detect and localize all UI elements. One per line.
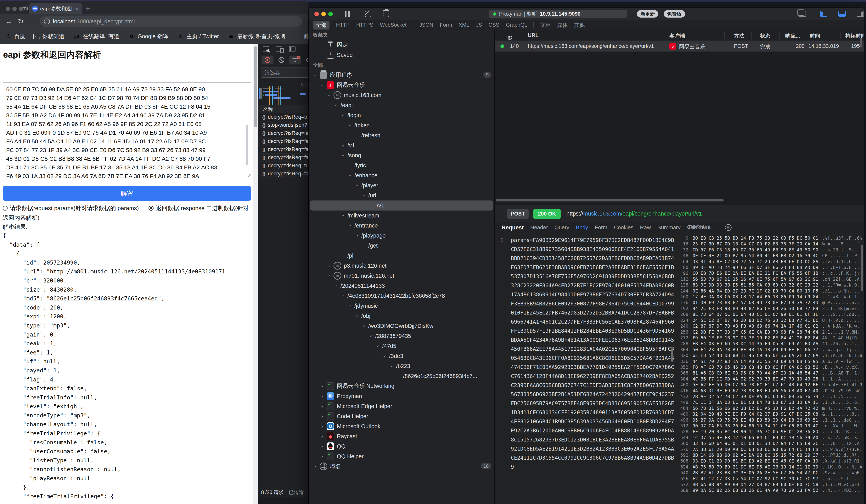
- filter-tab[interactable]: 文档: [540, 22, 551, 28]
- bookmark-item[interactable]: ⽖ 百度一下，你就知道: [5, 33, 65, 40]
- filter-tab[interactable]: 媒体: [557, 22, 568, 28]
- tree-item[interactable]: › /3de3: [309, 351, 495, 361]
- window-close-button[interactable]: [6, 7, 10, 11]
- tree-item[interactable]: › /login: [309, 110, 495, 120]
- chevron-icon[interactable]: ›: [320, 454, 324, 459]
- tree-item[interactable]: › 应用程序 9: [309, 70, 495, 80]
- chevron-icon[interactable]: ›: [340, 153, 346, 157]
- page-scrollbar[interactable]: [253, 44, 258, 504]
- tree-item[interactable]: /v1: [310, 201, 493, 210]
- listening-status-pill[interactable]: Proxyman | 监听 10.9.11.145:9090: [489, 10, 627, 18]
- dock-panel-icon[interactable]: [289, 46, 296, 52]
- tree-item[interactable]: Saved: [309, 50, 495, 60]
- tree-item[interactable]: › /jdymusic: [309, 301, 495, 311]
- tree-item[interactable]: › Raycast: [309, 431, 495, 441]
- tree-item[interactable]: › /28873679435: [309, 331, 495, 341]
- request-tab[interactable]: Raw: [640, 225, 651, 231]
- clear-network-icon[interactable]: [278, 57, 284, 63]
- filter-tab[interactable]: JSON: [420, 22, 433, 28]
- request-tab[interactable]: Cookies: [614, 225, 633, 231]
- chevron-icon[interactable]: ›: [354, 183, 360, 187]
- tree-item[interactable]: › /20240511144133: [309, 281, 495, 291]
- tree-item[interactable]: › 域名 16: [309, 461, 495, 471]
- chevron-icon[interactable]: ›: [361, 194, 367, 197]
- tree-item[interactable]: /8626e1c25b06f246893f4c7...: [309, 371, 495, 381]
- filter-tab[interactable]: JS: [476, 22, 482, 28]
- request-table-row[interactable]: 140 https://music.163.com/eapi/song/enha…: [495, 41, 864, 51]
- toggle-right-sidebar-icon[interactable]: [857, 11, 864, 17]
- overlapping-tabs-glitch[interactable]: CommentFORM: [687, 224, 724, 231]
- tree-item[interactable]: › 网易云音乐 Networking: [309, 381, 495, 391]
- window-zoom-button[interactable]: [19, 7, 23, 11]
- browser-tab[interactable]: ✳ eapi 参数和返回内容解析 ×: [29, 3, 82, 14]
- filter-tab[interactable]: HTTPS: [356, 22, 374, 28]
- tree-item[interactable]: 收藏夹: [309, 30, 495, 40]
- chevron-icon[interactable]: ›: [347, 173, 353, 177]
- table-vertical-scrollbar[interactable]: [859, 38, 862, 47]
- chevron-icon[interactable]: ›: [361, 324, 367, 328]
- more-filters-chevron-icon[interactable]: ›: [582, 22, 584, 28]
- textarea-resize-grip[interactable]: [246, 173, 251, 177]
- bookmark-item[interactable]: G Google 翻译: [128, 33, 168, 40]
- filter-tab[interactable]: HTTP: [336, 22, 350, 28]
- hex-input-textarea[interactable]: 60 0E E0 7C 58 99 DA 5E 82 25 E8 6B 25 6…: [3, 82, 251, 178]
- chevron-icon[interactable]: ›: [375, 344, 381, 348]
- chevron-icon[interactable]: ›: [347, 123, 353, 127]
- tree-item[interactable]: › QQ Helper: [309, 451, 495, 461]
- request-format-menu-icon[interactable]: ≡: [725, 224, 732, 231]
- tree-item[interactable]: › /playpage: [309, 231, 495, 241]
- chevron-icon[interactable]: ›: [354, 314, 360, 318]
- tree-item[interactable]: › Microsoft Outlook: [309, 421, 495, 431]
- toggle-bottom-panel-icon[interactable]: [839, 11, 846, 17]
- tree-item[interactable]: /get: [309, 241, 495, 251]
- chevron-icon[interactable]: ›: [347, 304, 353, 308]
- request-tab[interactable]: Summary: [657, 225, 680, 231]
- response-pane-scrollbar[interactable]: [861, 245, 863, 291]
- tree-item[interactable]: › /song: [309, 150, 495, 160]
- window-zoom-button[interactable]: [328, 12, 333, 16]
- tree-item[interactable]: › /mlivestream: [309, 210, 495, 220]
- col-time[interactable]: 时间: [810, 32, 820, 39]
- col-method[interactable]: 方法: [734, 32, 744, 39]
- tree-item[interactable]: › /b223: [309, 361, 495, 371]
- inspect-element-icon[interactable]: [263, 46, 269, 52]
- bookmark-item[interactable]: 𝕏 主页 / Twitter: [177, 33, 219, 40]
- tree-item[interactable]: › /enhance: [309, 170, 495, 180]
- chevron-icon[interactable]: ›: [347, 224, 353, 228]
- tree-item[interactable]: › /token: [309, 120, 495, 130]
- request-pane-scrollbar[interactable]: [671, 348, 673, 362]
- table-horizontal-scrollbar[interactable]: [496, 199, 724, 202]
- tree-item[interactable]: /refresh: [309, 130, 495, 140]
- col-url[interactable]: URL: [528, 32, 539, 38]
- chevron-icon[interactable]: ›: [327, 263, 331, 269]
- multi-window-icon[interactable]: [799, 11, 806, 17]
- chevron-icon[interactable]: ›: [368, 334, 374, 338]
- bookmark-item[interactable]: ◉ 最新微博-首页-微博: [228, 33, 286, 40]
- request-params-radio[interactable]: [3, 206, 8, 211]
- device-toolbar-icon[interactable]: [276, 46, 282, 52]
- response-hex-pane[interactable]: 0B0 E8 C3 25 5B BD 14 FB 75 33 22 0D F5 …: [674, 232, 864, 504]
- window-minimize-button[interactable]: [321, 12, 326, 16]
- back-button[interactable]: ←: [5, 18, 12, 25]
- request-tab[interactable]: Form: [595, 225, 607, 231]
- decrypt-button[interactable]: 解密: [3, 186, 251, 201]
- request-tab[interactable]: Query: [554, 225, 569, 231]
- filter-tab[interactable]: WebSocket: [380, 22, 413, 28]
- tree-item[interactable]: › /eapi: [309, 100, 495, 110]
- timeline-grip[interactable]: [259, 88, 262, 99]
- chevron-icon[interactable]: ›: [340, 294, 346, 298]
- textarea-scrollbar[interactable]: [246, 125, 248, 165]
- tree-item[interactable]: › /entrance: [309, 220, 495, 231]
- chevron-icon[interactable]: ›: [313, 463, 317, 469]
- tab-search-icon[interactable]: [23, 7, 28, 12]
- window-close-button[interactable]: [314, 12, 319, 16]
- filter-tab[interactable]: CSS: [489, 22, 499, 28]
- tree-item[interactable]: 全部: [309, 60, 495, 70]
- chevron-icon[interactable]: ›: [389, 364, 395, 368]
- clear-session-icon[interactable]: [384, 11, 389, 17]
- free-version-badge[interactable]: 免费版: [664, 10, 685, 18]
- chevron-icon[interactable]: ›: [333, 103, 339, 107]
- tree-item[interactable]: › /obj: [309, 311, 495, 321]
- compose-request-icon[interactable]: [365, 11, 371, 17]
- tree-item[interactable]: › /url: [309, 191, 495, 201]
